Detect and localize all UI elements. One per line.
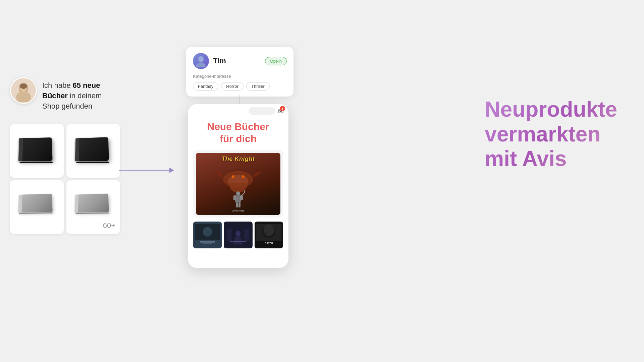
avatar bbox=[193, 53, 209, 69]
featured-book-cover: The Knight bbox=[196, 153, 280, 215]
headline-line2: vermarkten bbox=[485, 122, 600, 146]
book-illustration bbox=[196, 163, 280, 215]
svg-point-32 bbox=[264, 225, 274, 236]
list-item bbox=[66, 124, 120, 178]
phone-notification-bar: ✉ 1 bbox=[188, 104, 288, 115]
svg-text:EATER: EATER bbox=[265, 242, 273, 245]
featured-book-author: John Kelly bbox=[231, 208, 246, 214]
book-image bbox=[18, 137, 55, 164]
headline-section: Neuprodukte vermarkten mit Avis bbox=[485, 97, 617, 171]
featured-book-title: The Knight bbox=[220, 153, 256, 163]
notif-badge: 1 bbox=[280, 106, 285, 111]
books-grid: 60+ bbox=[10, 124, 120, 234]
book-image bbox=[75, 194, 112, 221]
list-item[interactable] bbox=[193, 222, 222, 248]
assistant-avatar bbox=[10, 77, 37, 104]
phone-card: ✉ 1 Neue Bücher für dich The Knight bbox=[188, 104, 288, 268]
list-item bbox=[10, 124, 64, 178]
svg-point-6 bbox=[20, 83, 27, 89]
opt-in-badge[interactable]: Opt-in bbox=[265, 57, 287, 65]
headline-line3: mit Avis bbox=[485, 146, 567, 171]
arrow-head bbox=[169, 168, 174, 173]
assistant-text: Ich habe 65 neue Bücher in deinem Shop g… bbox=[42, 80, 116, 111]
small-books-row: EATER bbox=[193, 222, 283, 251]
svg-point-2 bbox=[199, 56, 203, 62]
arrow-line bbox=[119, 170, 169, 171]
user-name: Tim bbox=[213, 57, 226, 65]
phone-title: Neue Bücher für dich bbox=[193, 121, 283, 145]
tags-row: Fantasy Horror Thriller bbox=[193, 82, 287, 90]
svg-line-18 bbox=[244, 190, 245, 193]
tag-horror[interactable]: Horror bbox=[221, 82, 244, 90]
user-card-header: Tim Opt-in bbox=[193, 53, 287, 69]
assistant-section: Ich habe 65 neue Bücher in deinem Shop g… bbox=[10, 77, 116, 111]
svg-rect-16 bbox=[238, 202, 240, 207]
svg-point-21 bbox=[203, 227, 212, 236]
list-item bbox=[10, 180, 64, 234]
user-info: Tim bbox=[193, 53, 226, 69]
list-item[interactable]: EATER bbox=[255, 222, 283, 248]
user-card: Tim Opt-in Kategorie-Interesse Fantasy H… bbox=[186, 47, 293, 97]
svg-rect-23 bbox=[203, 243, 212, 244]
svg-rect-22 bbox=[200, 241, 215, 243]
svg-point-25 bbox=[235, 231, 240, 236]
svg-rect-15 bbox=[236, 202, 238, 207]
count-highlight: 65 neue Bücher bbox=[42, 81, 100, 100]
tag-fantasy[interactable]: Fantasy bbox=[193, 82, 218, 90]
arrow-right bbox=[119, 168, 179, 173]
svg-rect-28 bbox=[245, 229, 249, 241]
headline-text: Neuprodukte vermarkten mit Avis bbox=[485, 97, 617, 171]
books-count-label: 60+ bbox=[103, 221, 115, 230]
svg-point-9 bbox=[232, 175, 234, 178]
book-image bbox=[18, 194, 55, 221]
svg-point-1 bbox=[196, 63, 206, 67]
tag-thriller[interactable]: Thriller bbox=[246, 82, 270, 90]
phone-content: Neue Bücher für dich The Knight bbox=[188, 115, 288, 268]
list-item: 60+ bbox=[66, 180, 120, 234]
headline-line1: Neuprodukte bbox=[485, 97, 617, 121]
featured-book[interactable]: The Knight bbox=[193, 150, 283, 218]
knight-icon bbox=[231, 190, 245, 208]
mail-icon-wrap[interactable]: ✉ 1 bbox=[278, 107, 284, 115]
svg-rect-27 bbox=[227, 229, 232, 241]
svg-rect-11 bbox=[236, 191, 240, 195]
svg-point-10 bbox=[242, 175, 245, 178]
svg-point-4 bbox=[16, 91, 31, 102]
svg-rect-26 bbox=[230, 241, 246, 242]
list-item[interactable] bbox=[224, 222, 252, 248]
notif-pill bbox=[249, 107, 275, 115]
svg-rect-13 bbox=[233, 195, 236, 200]
category-label: Kategorie-Interesse bbox=[193, 74, 287, 79]
book-image bbox=[75, 137, 112, 164]
book-cover-scene: The Knight bbox=[196, 153, 280, 215]
